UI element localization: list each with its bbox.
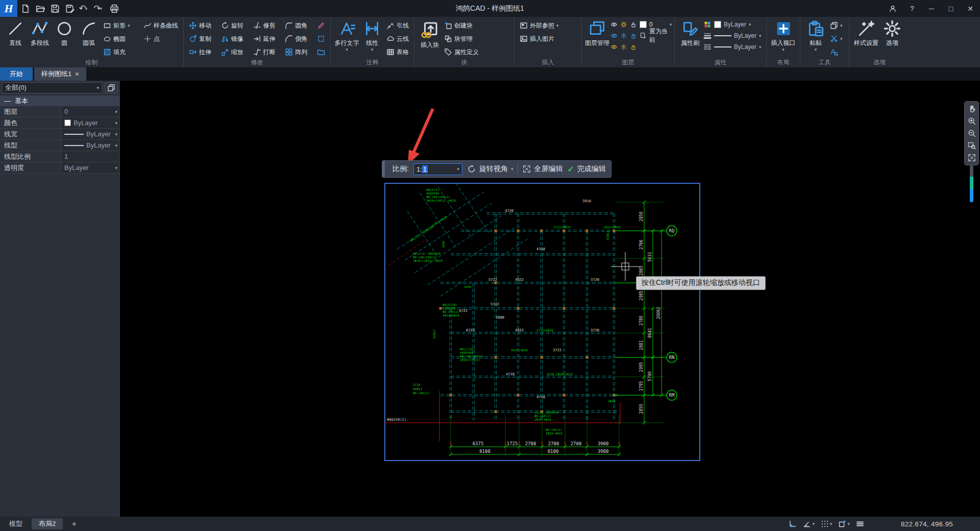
selection-filter-dropdown[interactable]: 全部(0)▾ [2,82,103,93]
match-properties-button[interactable]: 属性刷 [678,18,702,47]
move-button[interactable]: 移动 [187,19,219,32]
create-block-button[interactable]: 创建块 [442,19,481,32]
tab-start[interactable]: 开始 [0,67,33,81]
find-text-button[interactable] [828,45,845,59]
toolbar-grip[interactable] [382,161,385,177]
zoom-extents-button[interactable] [966,152,977,163]
rotate-button[interactable]: 旋转 [219,19,251,32]
trim-button[interactable]: 修剪 [251,19,283,32]
add-layout-button[interactable]: ＋ [70,519,78,529]
style-settings-button[interactable]: 样式设置 [852,18,880,47]
polyline-button[interactable]: 多段线 [28,18,52,47]
layer-freeze-icon[interactable] [620,32,627,39]
copy-button[interactable]: 复制 [187,32,219,45]
layer-value-dropdown[interactable]: 0▾ [61,106,119,117]
layer-lock-icon[interactable] [630,21,637,28]
line-button[interactable]: 直线 [3,18,28,47]
layer-thaw-all-icon[interactable] [620,43,627,51]
layer-on-icon[interactable] [610,43,618,51]
circle-button[interactable]: 圆 [52,18,77,47]
rotate-view-button[interactable]: 旋转视角▾ [467,164,513,174]
color-combo[interactable]: ByLayer ▾ [703,19,762,30]
layer-visibility-icon[interactable] [610,21,618,28]
ortho-toggle[interactable] [786,518,799,530]
hatch-button[interactable]: 填充 [101,45,141,59]
ellipse-button[interactable]: 椭圆 [101,32,141,45]
layer-manager-button[interactable]: 图层管理 [585,18,609,47]
group-button[interactable] [315,45,327,59]
close-button[interactable]: ✕ [961,0,980,17]
new-file-button[interactable] [18,2,32,15]
help-button[interactable]: ? [902,0,922,17]
save-as-button[interactable] [63,2,77,15]
print-button[interactable] [107,2,121,15]
chevron-down-icon[interactable]: ▾ [670,22,672,27]
paste-button[interactable]: 粘贴▾ [803,18,828,52]
block-manager-button[interactable]: 块管理 [442,32,481,45]
drawing-viewport[interactable]: 2850276628652985278028812995279528505631… [384,183,700,461]
layer-color-swatch[interactable] [640,21,647,28]
save-button[interactable] [48,2,62,15]
linetype-value-dropdown[interactable]: ByLayer▾ [61,140,119,151]
spline-button[interactable]: 样条曲线 [141,19,180,32]
linetype-combo[interactable]: ByLayer ▾ [703,41,762,53]
lineweight-combo[interactable]: ByLayer ▾ [703,30,762,41]
attdef-button[interactable]: 属性定义 [442,45,481,59]
redo-button[interactable]: ↷▾ [92,2,106,15]
close-tab-icon[interactable]: ✕ [75,71,79,78]
zoom-window-button[interactable] [966,140,977,151]
options-button[interactable]: 选项 [880,18,904,47]
stretch-button[interactable]: 拉伸 [187,45,219,59]
layer-lock-blue-icon[interactable] [630,32,637,39]
layer-off-icon[interactable] [610,32,618,39]
cut-clip-button[interactable]: ▾ [828,32,845,45]
fillet-button[interactable]: 圆角 [283,19,315,32]
edit-pen-button[interactable] [315,19,327,32]
xref-button[interactable]: 外部参照▾ [518,19,561,32]
layout2-tab[interactable]: 布局2 [32,518,63,529]
copy-clip-button[interactable]: ▾ [828,19,845,32]
arc-button[interactable]: 圆弧 [77,18,101,47]
chamfer-button[interactable]: 倒角 [283,32,315,45]
finish-edit-button[interactable]: ✓完成编辑 [567,164,605,174]
object-snap-toggle[interactable]: ▾ [836,518,852,530]
ltscale-value-field[interactable]: 1 [61,151,119,162]
zoom-in-button[interactable] [966,115,977,127]
polar-tracking-toggle[interactable]: ▾ [800,518,817,530]
section-header-basic[interactable]: —基本 [0,95,119,106]
insert-block-button[interactable]: 插入块 [418,18,442,50]
point-button[interactable]: 点 [141,32,180,45]
fullscreen-edit-button[interactable]: 全屏编辑 [523,164,562,174]
scale-button[interactable]: 缩放 [219,45,251,59]
account-button[interactable] [883,0,902,17]
rectangle-button[interactable]: 矩形▾ [101,19,141,32]
panel-settings-button[interactable] [105,82,118,93]
undo-button[interactable]: ↶▾ [78,2,91,15]
revcloud-button[interactable]: 云线 [384,32,411,45]
insert-viewport-button[interactable]: 插入视口▾ [770,18,797,52]
layer-thaw-icon[interactable] [620,21,627,28]
scale-combobox[interactable]: 1:1 ▾ [413,163,462,175]
model-tab[interactable]: 模型 [2,518,30,529]
mirror-button[interactable]: 镜像 [219,32,251,45]
color-value-dropdown[interactable]: ByLayer▾ [61,117,119,128]
minimize-button[interactable]: ─ [922,0,941,17]
layer-unlock-icon[interactable] [630,43,637,51]
linear-dim-button[interactable]: 线性▾ [360,18,384,52]
transparency-value-dropdown[interactable]: ByLayer▾ [61,162,119,173]
pan-button[interactable] [966,103,977,114]
zoom-out-button[interactable] [966,128,977,139]
open-file-button[interactable] [33,2,47,15]
zoom-slider[interactable] [970,165,973,202]
extend-button[interactable]: 延伸 [251,32,283,45]
leader-button[interactable]: 引线 [384,19,411,32]
mtext-button[interactable]: 多行文字▾ [334,18,360,52]
grid-snap-toggle[interactable]: ▾ [818,518,835,530]
lineweight-value-dropdown[interactable]: ByLayer▾ [61,129,119,139]
break-button[interactable]: 打断 [251,45,283,59]
box-select-button[interactable] [315,32,327,45]
array-button[interactable]: 阵列 [283,45,315,59]
insert-image-button[interactable]: 插入图片 [518,32,561,45]
status-menu-button[interactable] [853,518,867,530]
table-button[interactable]: 表格 [384,45,411,59]
